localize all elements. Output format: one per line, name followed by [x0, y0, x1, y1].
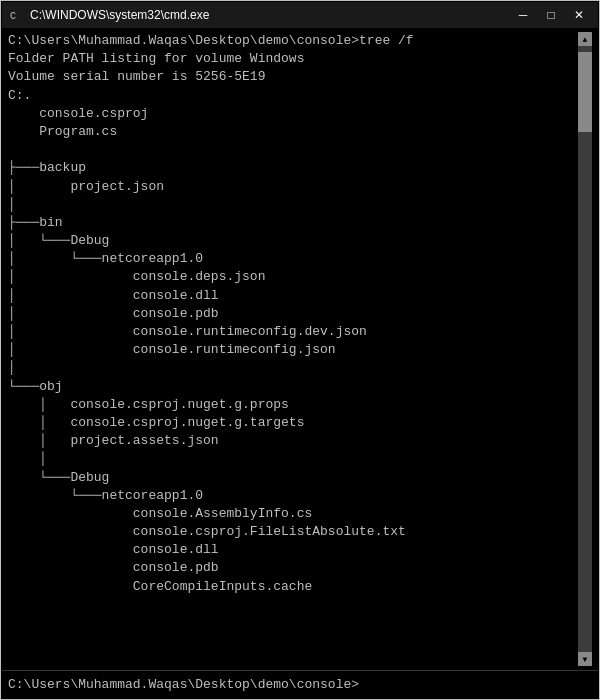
- console-output[interactable]: C:\Users\Muhammad.Waqas\Desktop\demo\con…: [8, 32, 578, 666]
- cmd-icon: C: [8, 7, 24, 23]
- minimize-button[interactable]: ─: [510, 5, 536, 25]
- title-bar-left: C C:\WINDOWS\system32\cmd.exe: [8, 7, 209, 23]
- svg-text:C: C: [10, 11, 16, 22]
- cmd-window: C C:\WINDOWS\system32\cmd.exe ─ □ ✕ C:\U…: [1, 1, 599, 699]
- scrollbar-down-button[interactable]: ▼: [578, 652, 592, 666]
- bottom-prompt: C:\Users\Muhammad.Waqas\Desktop\demo\con…: [8, 677, 359, 692]
- scrollbar-up-button[interactable]: ▲: [578, 32, 592, 46]
- scrollbar-thumb[interactable]: [578, 52, 592, 132]
- title-bar-controls: ─ □ ✕: [510, 5, 592, 25]
- title-bar: C C:\WINDOWS\system32\cmd.exe ─ □ ✕: [2, 2, 598, 28]
- close-button[interactable]: ✕: [566, 5, 592, 25]
- console-body: C:\Users\Muhammad.Waqas\Desktop\demo\con…: [2, 28, 598, 670]
- bottom-prompt-bar: C:\Users\Muhammad.Waqas\Desktop\demo\con…: [2, 670, 598, 698]
- window-title: C:\WINDOWS\system32\cmd.exe: [30, 8, 209, 22]
- scrollbar[interactable]: ▲ ▼: [578, 32, 592, 666]
- maximize-button[interactable]: □: [538, 5, 564, 25]
